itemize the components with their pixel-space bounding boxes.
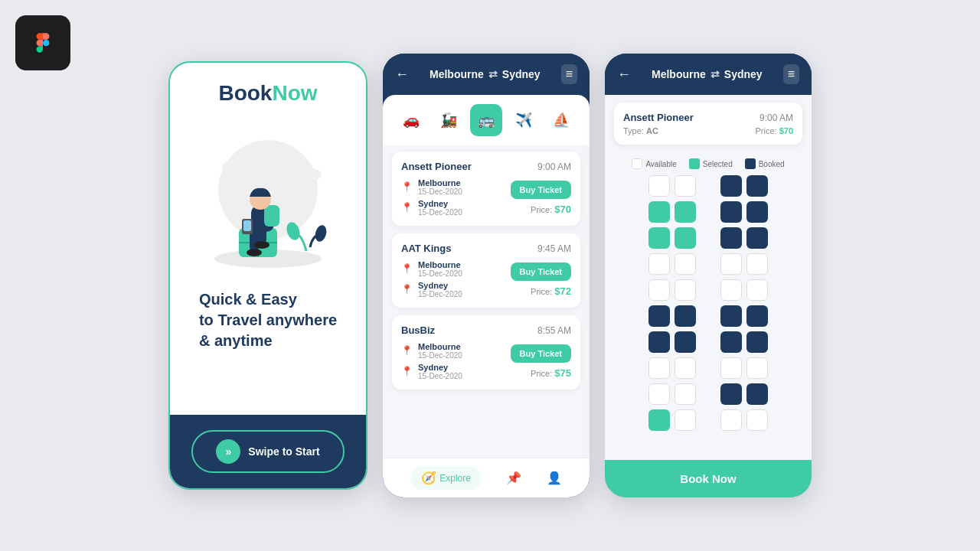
tab-train[interactable]: 🚂 <box>433 104 464 136</box>
seat-7B <box>675 331 696 353</box>
from-city-2: Melbourne <box>418 260 462 269</box>
from-date-1: 15-Dec-2020 <box>418 187 462 196</box>
seat-3C <box>720 227 742 249</box>
svg-point-1 <box>222 159 253 174</box>
legend-selected-box <box>689 158 700 169</box>
legend-booked-box <box>745 158 756 169</box>
price-2: Price: $72 <box>531 285 571 297</box>
seat-row-6 <box>617 305 799 327</box>
seat-8B[interactable] <box>675 357 696 379</box>
seat-5D[interactable] <box>746 279 768 301</box>
swipe-chevron-icon: » <box>216 439 240 464</box>
price-3: Price: $75 <box>531 367 571 379</box>
logo-book: Book <box>218 81 272 105</box>
svg-rect-9 <box>264 205 279 227</box>
seat-row-3 <box>617 227 799 249</box>
seat-3B[interactable] <box>675 227 696 249</box>
listing-time-1: 9:00 AM <box>537 161 571 172</box>
seat-8A[interactable] <box>648 357 670 379</box>
seat-5A[interactable] <box>648 279 670 301</box>
legend-booked: Booked <box>745 158 785 169</box>
seat-selection-screen: ← Melbourne ⇄ Sydney ≡ Ansett Pioneer 9:… <box>605 54 812 497</box>
seat-7A <box>648 331 670 353</box>
nav-profile[interactable]: 👤 <box>547 471 562 485</box>
figma-logo <box>15 15 70 70</box>
svg-rect-16 <box>243 220 251 231</box>
tab-ferry[interactable]: ⛵ <box>546 104 577 136</box>
profile-icon: 👤 <box>547 471 562 485</box>
screen2-header: ← Melbourne ⇄ Sydney ≡ <box>383 54 590 95</box>
depart-icon-1: 📍 <box>401 181 413 194</box>
seat-5C[interactable] <box>720 279 742 301</box>
nav-explore-label: Explore <box>439 473 471 484</box>
seat-10D[interactable] <box>746 409 768 431</box>
seat-10A[interactable] <box>648 409 670 431</box>
seat-9A[interactable] <box>648 383 670 405</box>
seat-2A[interactable] <box>648 201 670 223</box>
swap-icon[interactable]: ⇄ <box>488 68 498 80</box>
seat-row-10 <box>617 409 799 431</box>
nav-bookmark[interactable]: 📌 <box>506 471 521 485</box>
buy-ticket-btn-2[interactable]: Buy Ticket <box>511 262 571 281</box>
from-city: Melbourne <box>430 68 484 80</box>
svg-point-14 <box>254 241 270 249</box>
seat-4D[interactable] <box>746 253 768 275</box>
screen3-menu-button[interactable]: ≡ <box>783 64 799 84</box>
back-button[interactable]: ← <box>395 67 409 83</box>
seat-1C <box>720 175 742 197</box>
transport-tabs: 🚗 🚂 🚌 ✈️ ⛵ <box>383 95 590 145</box>
seat-row-7 <box>617 331 799 353</box>
nav-explore[interactable]: 🧭 Explore <box>410 466 482 490</box>
tab-bus[interactable]: 🚌 <box>470 104 501 136</box>
seat-5B[interactable] <box>675 279 696 301</box>
screen3-from-city: Melbourne <box>652 68 706 80</box>
to-date-1: 15-Dec-2020 <box>418 208 462 217</box>
book-now-button[interactable]: Book Now <box>605 460 812 497</box>
explore-icon: 🧭 <box>421 471 436 485</box>
bookmark-icon: 📌 <box>506 471 521 485</box>
seat-4B[interactable] <box>675 253 696 275</box>
tab-plane[interactable]: ✈️ <box>508 104 540 136</box>
seat-2C <box>720 201 742 223</box>
seat-8C[interactable] <box>720 357 742 379</box>
screen3-back-button[interactable]: ← <box>617 67 631 83</box>
seat-8D[interactable] <box>746 357 768 379</box>
seat-3A[interactable] <box>648 227 670 249</box>
buy-ticket-btn-1[interactable]: Buy Ticket <box>511 181 571 199</box>
tab-car[interactable]: 🚗 <box>395 104 426 136</box>
seat-7C <box>720 331 742 353</box>
svg-point-2 <box>299 168 322 181</box>
listing-name-1: Ansett Pioneer <box>401 161 472 172</box>
seat-6D <box>746 305 768 327</box>
seat-9D <box>746 383 768 405</box>
to-date-2: 15-Dec-2020 <box>418 290 462 298</box>
seat-row-8 <box>617 357 799 379</box>
seat-2B[interactable] <box>675 201 696 223</box>
menu-button[interactable]: ≡ <box>561 64 577 84</box>
seat-row-5 <box>617 279 799 301</box>
logo-now: Now <box>272 81 317 105</box>
tagline: Quick & Easy to Travel anywhere & anytim… <box>199 289 337 351</box>
listing-name-2: AAT Kings <box>401 243 451 254</box>
listing-time-3: 8:55 AM <box>537 325 571 336</box>
seat-1B[interactable] <box>675 175 696 197</box>
to-date-3: 15-Dec-2020 <box>418 372 462 380</box>
swipe-start-button[interactable]: » Swipe to Start <box>191 430 344 473</box>
seat-9B[interactable] <box>675 383 696 405</box>
bottom-nav: 🧭 Explore 📌 👤 <box>383 458 590 497</box>
screen3-to-city: Sydney <box>724 68 763 80</box>
screen3-header: ← Melbourne ⇄ Sydney ≡ <box>605 54 812 95</box>
seat-6B <box>675 305 696 327</box>
ticket-price: Price: $70 <box>755 126 793 135</box>
screen3-swap-icon[interactable]: ⇄ <box>710 68 720 80</box>
seat-3D <box>746 227 768 249</box>
buy-ticket-btn-3[interactable]: Buy Ticket <box>511 344 571 363</box>
listing-card-1: Ansett Pioneer 9:00 AM 📍 Melbourne 15-De… <box>392 152 580 226</box>
from-date-3: 15-Dec-2020 <box>418 351 462 360</box>
seat-4A[interactable] <box>648 253 670 275</box>
seat-10C[interactable] <box>720 409 742 431</box>
seat-1A[interactable] <box>648 175 670 197</box>
legend-available-box <box>632 158 642 169</box>
seat-10B[interactable] <box>675 409 696 431</box>
seat-4C[interactable] <box>720 253 742 275</box>
